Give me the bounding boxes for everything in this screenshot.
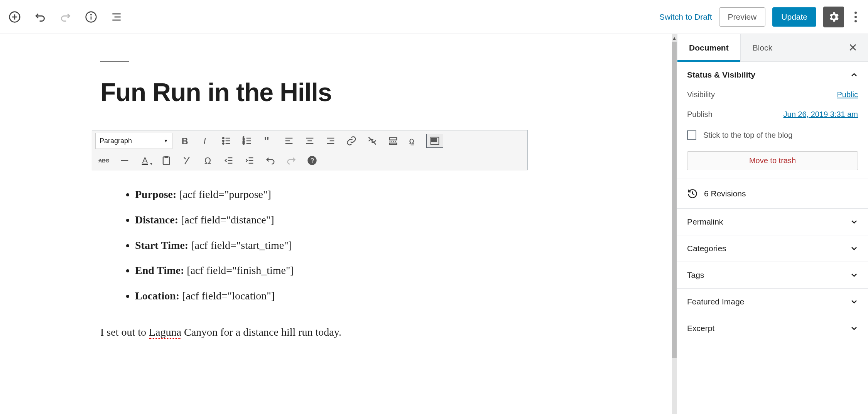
caret-down-icon: ▼ xyxy=(149,162,153,166)
svg-text:": " xyxy=(264,135,269,146)
svg-rect-39 xyxy=(432,138,433,140)
svg-point-15 xyxy=(223,143,224,144)
toolbar-toggle-icon[interactable] xyxy=(426,134,443,148)
tab-block[interactable]: Block xyxy=(741,34,784,61)
svg-rect-47 xyxy=(142,164,148,165)
tab-document[interactable]: Document xyxy=(677,34,741,61)
insert-more-icon[interactable] xyxy=(385,134,402,148)
unlink-icon[interactable] xyxy=(364,134,381,148)
editor-area: Fun Run in the Hills Paragraph ▼ B I 123… xyxy=(0,34,677,414)
svg-rect-43 xyxy=(434,140,435,142)
body-paragraph[interactable]: I set out to Laguna Canyon for a distanc… xyxy=(100,326,677,338)
svg-rect-36 xyxy=(390,143,397,145)
indent-icon[interactable] xyxy=(241,154,258,167)
publish-label: Publish xyxy=(687,110,713,119)
undo-editor-icon[interactable] xyxy=(262,154,279,167)
panel-status-visibility: Status & Visibility Visibility Public Pu… xyxy=(677,62,868,179)
redo-icon xyxy=(59,10,73,24)
horizontal-rule-icon[interactable] xyxy=(116,154,133,167)
list-item[interactable]: End Time: [acf field="finish_time"] xyxy=(135,258,677,283)
clear-formatting-icon[interactable] xyxy=(179,154,196,167)
panel-status-header[interactable]: Status & Visibility xyxy=(687,70,858,79)
classic-editor-toolbar: Paragraph ▼ B I 123 " Ω̲ xyxy=(92,130,528,170)
outdent-icon[interactable] xyxy=(220,154,237,167)
info-icon[interactable] xyxy=(84,10,98,24)
top-toolbar: Switch to Draft Preview Update xyxy=(0,0,868,34)
special-character-icon[interactable]: Ω xyxy=(199,154,216,167)
list-item[interactable]: Distance: [acf field="distance"] xyxy=(135,207,677,233)
panel-categories[interactable]: Categories xyxy=(677,235,868,262)
blockquote-icon[interactable]: " xyxy=(260,134,277,148)
help-icon[interactable]: ? xyxy=(304,154,321,167)
text-color-icon[interactable]: A▼ xyxy=(137,154,154,167)
post-title[interactable]: Fun Run in the Hills xyxy=(100,78,677,107)
svg-text:T: T xyxy=(165,159,168,164)
svg-point-13 xyxy=(223,140,224,142)
title-divider xyxy=(100,61,129,62)
chevron-up-icon xyxy=(850,71,858,79)
panel-excerpt[interactable]: Excerpt xyxy=(677,315,868,341)
svg-rect-42 xyxy=(432,140,433,142)
visibility-value[interactable]: Public xyxy=(837,90,858,99)
stick-checkbox[interactable] xyxy=(687,130,696,140)
svg-text:B: B xyxy=(182,136,188,146)
undo-icon[interactable] xyxy=(33,10,47,24)
chevron-down-icon xyxy=(850,298,858,306)
panel-tags[interactable]: Tags xyxy=(677,262,868,289)
svg-rect-34 xyxy=(390,138,397,140)
preview-button[interactable]: Preview xyxy=(719,7,766,27)
panel-featured-image[interactable]: Featured Image xyxy=(677,289,868,315)
bold-icon[interactable]: B xyxy=(176,134,193,148)
revisions-row[interactable]: 6 Revisions xyxy=(677,179,868,209)
list-item[interactable]: Purpose: [acf field="purpose"] xyxy=(135,182,677,207)
svg-text:3: 3 xyxy=(243,142,245,145)
svg-rect-44 xyxy=(435,140,437,142)
redo-editor-icon xyxy=(283,154,300,167)
update-button[interactable]: Update xyxy=(772,7,816,27)
more-menu-icon[interactable] xyxy=(851,8,860,26)
content-list[interactable]: Purpose: [acf field="purpose"] Distance:… xyxy=(100,182,677,309)
svg-rect-40 xyxy=(434,138,435,140)
svg-text:?: ? xyxy=(311,157,314,164)
move-to-trash-button[interactable]: Move to trash xyxy=(687,151,858,170)
paste-text-icon[interactable]: T xyxy=(158,154,175,167)
publish-value[interactable]: Jun 26, 2019 3:31 am xyxy=(784,110,858,119)
add-block-icon[interactable] xyxy=(8,10,22,24)
settings-sidebar: Document Block ✕ Status & Visibility Vis… xyxy=(677,34,868,414)
chevron-down-icon xyxy=(850,218,858,226)
stick-label: Stick to the top of the blog xyxy=(703,131,792,140)
bullet-list-icon[interactable] xyxy=(218,134,235,148)
visibility-label: Visibility xyxy=(687,90,715,99)
format-select-label: Paragraph xyxy=(100,137,132,145)
settings-icon[interactable] xyxy=(823,7,844,27)
svg-point-5 xyxy=(91,14,91,15)
history-icon xyxy=(687,188,698,199)
svg-text:I: I xyxy=(203,136,206,146)
chevron-down-icon xyxy=(850,245,858,252)
list-item[interactable]: Start Time: [acf field="start_time"] xyxy=(135,233,677,258)
spellcheck-word[interactable]: Laguna xyxy=(149,326,181,339)
align-right-icon[interactable] xyxy=(322,134,339,148)
editor-scrollbar[interactable]: ▴ xyxy=(672,34,677,414)
list-item[interactable]: Location: [acf field="location"] xyxy=(135,283,677,309)
align-left-icon[interactable] xyxy=(280,134,297,148)
svg-point-11 xyxy=(223,137,224,139)
chevron-down-icon xyxy=(850,324,858,332)
link-icon[interactable] xyxy=(343,134,360,148)
format-select[interactable]: Paragraph ▼ xyxy=(95,133,172,149)
align-center-icon[interactable] xyxy=(301,134,318,148)
italic-icon[interactable]: I xyxy=(197,134,214,148)
svg-rect-49 xyxy=(164,156,168,158)
numbered-list-icon[interactable]: 123 xyxy=(239,134,256,148)
svg-text:A: A xyxy=(142,155,148,164)
scroll-up-icon[interactable]: ▴ xyxy=(672,34,677,42)
switch-to-draft-button[interactable]: Switch to Draft xyxy=(659,12,712,22)
panel-permalink[interactable]: Permalink xyxy=(677,209,868,235)
chevron-down-icon xyxy=(850,271,858,279)
close-sidebar-icon[interactable]: ✕ xyxy=(838,34,868,61)
svg-text:Ω: Ω xyxy=(204,156,211,166)
wp-toolbar-icon[interactable]: Ω̲ xyxy=(405,134,422,148)
strikethrough-icon[interactable]: ABC xyxy=(95,154,112,167)
scrollbar-thumb[interactable] xyxy=(672,42,677,358)
outline-icon[interactable] xyxy=(110,10,123,24)
